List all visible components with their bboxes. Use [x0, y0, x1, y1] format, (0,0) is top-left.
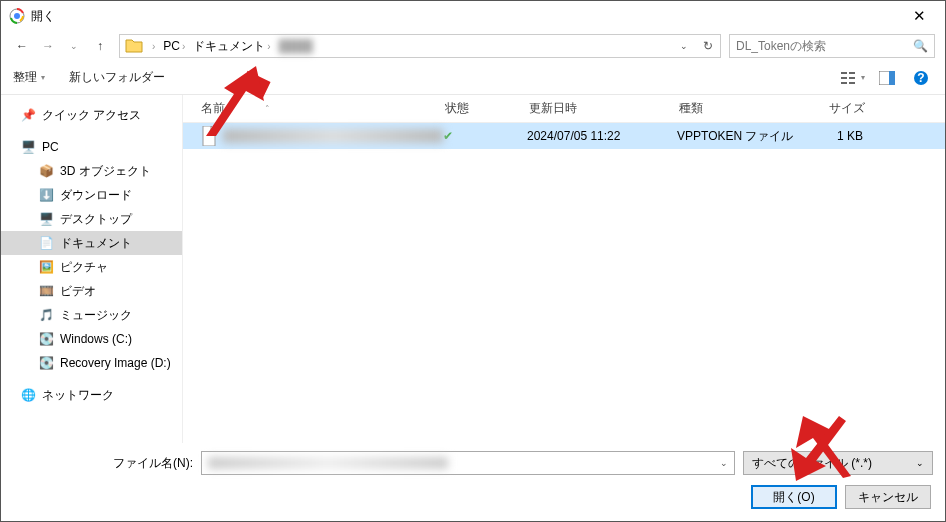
breadcrumb-redacted: ████ — [275, 39, 317, 53]
status-synced-icon: ✔ — [443, 129, 453, 143]
sidebar-quick-access[interactable]: 📌 クイック アクセス — [1, 103, 182, 127]
search-icon: 🔍 — [913, 39, 928, 53]
sidebar-pc[interactable]: 🖥️ PC — [1, 135, 182, 159]
sidebar-documents[interactable]: 📄ドキュメント — [1, 231, 182, 255]
sidebar-c-drive[interactable]: 💽Windows (C:) — [1, 327, 182, 351]
svg-rect-6 — [849, 77, 855, 79]
drive-icon: 💽 — [39, 356, 54, 370]
sidebar-desktop[interactable]: 🖥️デスクトップ — [1, 207, 182, 231]
dropdown-icon[interactable]: ⌄ — [720, 458, 728, 468]
cancel-button[interactable]: キャンセル — [845, 485, 931, 509]
sidebar-music[interactable]: 🎵ミュージック — [1, 303, 182, 327]
music-icon: 🎵 — [39, 308, 54, 322]
pin-icon: 📌 — [21, 108, 36, 122]
view-options-button[interactable]: ▾ — [841, 67, 865, 89]
sidebar-network[interactable]: 🌐ネットワーク — [1, 383, 182, 407]
pc-icon: 🖥️ — [21, 140, 36, 154]
preview-pane-button[interactable] — [875, 67, 899, 89]
forward-button[interactable]: → — [37, 35, 59, 57]
help-button[interactable]: ? — [909, 67, 933, 89]
file-list-header[interactable]: 名前˄ 状態 更新日時 種類 サイズ — [183, 95, 945, 123]
sidebar-3d-objects[interactable]: 📦3D オブジェクト — [1, 159, 182, 183]
new-folder-button[interactable]: 新しいフォルダー — [69, 69, 165, 86]
download-icon: ⬇️ — [39, 188, 54, 202]
svg-point-1 — [14, 13, 20, 19]
file-size: 1 KB — [797, 129, 877, 143]
svg-rect-4 — [841, 82, 847, 84]
filename-value-redacted — [208, 457, 448, 469]
back-button[interactable]: ← — [11, 35, 33, 57]
file-row[interactable]: ✔ 2024/07/05 11:22 VPPTOKEN ファイル 1 KB — [183, 123, 945, 149]
search-input[interactable]: DL_Tokenの検索 🔍 — [729, 34, 935, 58]
folder-icon — [124, 36, 144, 56]
app-icon — [9, 8, 25, 24]
documents-icon: 📄 — [39, 236, 54, 250]
breadcrumb-pc[interactable]: PC › — [159, 39, 189, 53]
svg-rect-5 — [849, 72, 855, 74]
close-button[interactable]: ✕ — [901, 1, 937, 31]
dropdown-icon: ⌄ — [916, 458, 924, 468]
pictures-icon: 🖼️ — [39, 260, 54, 274]
filetype-filter[interactable]: すべてのファイル (*.*) ⌄ — [743, 451, 933, 475]
up-button[interactable]: ↑ — [89, 35, 111, 57]
sidebar: 📌 クイック アクセス 🖥️ PC 📦3D オブジェクト ⬇️ダウンロード 🖥️… — [1, 95, 183, 445]
svg-rect-9 — [889, 71, 895, 85]
svg-rect-7 — [849, 82, 855, 84]
svg-rect-3 — [841, 77, 847, 79]
videos-icon: 🎞️ — [39, 284, 54, 298]
network-icon: 🌐 — [21, 388, 36, 402]
filename-label: ファイル名(N): — [13, 455, 193, 472]
cube-icon: 📦 — [39, 164, 54, 178]
svg-rect-2 — [841, 72, 847, 74]
sidebar-downloads[interactable]: ⬇️ダウンロード — [1, 183, 182, 207]
organize-menu[interactable]: 整理▾ — [13, 69, 45, 86]
window-title: 開く — [31, 8, 901, 25]
sidebar-d-drive[interactable]: 💽Recovery Image (D:) — [1, 351, 182, 375]
desktop-icon: 🖥️ — [39, 212, 54, 226]
svg-text:?: ? — [917, 71, 924, 85]
file-name-redacted — [223, 129, 443, 143]
search-placeholder: DL_Tokenの検索 — [736, 38, 826, 55]
drive-icon: 💽 — [39, 332, 54, 346]
file-date: 2024/07/05 11:22 — [527, 129, 677, 143]
file-icon — [201, 126, 217, 146]
refresh-button[interactable]: ↻ — [696, 35, 720, 57]
breadcrumb-documents[interactable]: ドキュメント › — [189, 38, 274, 55]
address-bar[interactable]: › PC › ドキュメント › ████ ⌄ ↻ — [119, 34, 721, 58]
dropdown-icon[interactable]: ⌄ — [672, 35, 696, 57]
filename-input[interactable]: ⌄ — [201, 451, 735, 475]
recent-dropdown[interactable]: ⌄ — [63, 35, 85, 57]
open-button[interactable]: 開く(O) — [751, 485, 837, 509]
sidebar-videos[interactable]: 🎞️ビデオ — [1, 279, 182, 303]
sidebar-pictures[interactable]: 🖼️ピクチャ — [1, 255, 182, 279]
file-type: VPPTOKEN ファイル — [677, 128, 797, 145]
